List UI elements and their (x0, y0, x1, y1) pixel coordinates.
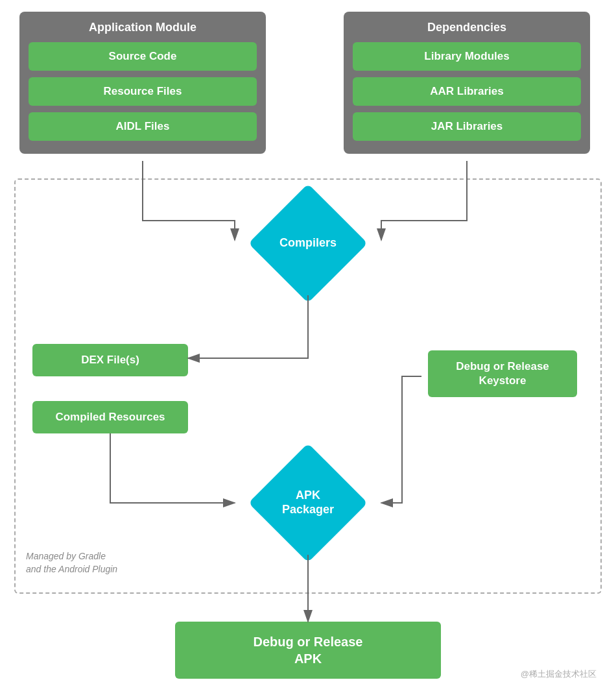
jar-libraries-item: JAR Libraries (353, 112, 581, 141)
diagram-container: Application Module Source Code Resource … (0, 0, 616, 693)
dependencies-title: Dependencies (353, 21, 581, 34)
apk-packager-diamond-wrapper: APK Packager (233, 451, 383, 555)
compilers-diamond-wrapper: Compilers (233, 191, 383, 295)
compilers-diamond (248, 184, 368, 303)
source-code-item: Source Code (29, 42, 257, 71)
aar-libraries-item: AAR Libraries (353, 77, 581, 106)
compiled-resources-box: Compiled Resources (32, 401, 188, 433)
application-module-title: Application Module (29, 21, 257, 34)
resource-files-item: Resource Files (29, 77, 257, 106)
application-module-box: Application Module Source Code Resource … (19, 12, 266, 154)
dex-files-box: DEX File(s) (32, 344, 188, 376)
library-modules-item: Library Modules (353, 42, 581, 71)
watermark-text: @稀土掘金技术社区 (521, 668, 597, 680)
debug-keystore-box: Debug or ReleaseKeystore (428, 350, 577, 397)
managed-by-text: Managed by Gradle and the Android Plugin (26, 550, 117, 576)
apk-packager-diamond (248, 443, 368, 563)
dependencies-box: Dependencies Library Modules AAR Librari… (344, 12, 590, 154)
final-apk-box: Debug or ReleaseAPK (175, 622, 441, 679)
aidl-files-item: AIDL Files (29, 112, 257, 141)
